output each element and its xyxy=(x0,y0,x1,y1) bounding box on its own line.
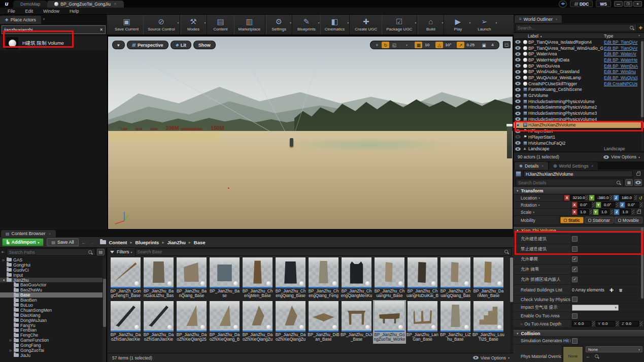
expand-arrow-icon[interactable]: ▼ xyxy=(3,279,7,282)
checkbox[interactable] xyxy=(572,277,578,282)
phys-material-thumbnail[interactable]: None xyxy=(563,346,583,362)
toolbar-button[interactable]: ▶ ▾ Play xyxy=(445,15,471,35)
impact-dropdown[interactable] xyxy=(572,305,619,311)
search-assets-input[interactable] xyxy=(138,249,504,254)
folder-item[interactable]: Input xyxy=(0,273,103,278)
toolbar-button[interactable]: ▤ ▾ Content xyxy=(208,15,234,35)
tree-scrollbar[interactable] xyxy=(103,257,106,362)
visibility-eye-icon[interactable] xyxy=(515,88,521,91)
rotation-z-field[interactable]: 0.0° xyxy=(626,202,639,208)
drag-grip-icon[interactable] xyxy=(592,321,595,326)
visibility-eye-icon[interactable] xyxy=(515,129,521,133)
dropdown-caret-icon[interactable]: ▾ xyxy=(538,196,540,200)
asset-card[interactable]: BP_JianZhu_ChuangHu_Base xyxy=(373,256,406,300)
menu-item[interactable]: Edit xyxy=(21,9,38,14)
asset-card[interactable]: BP_JianZhu_ChengQiang_FengHuoTai xyxy=(307,256,340,300)
toolbar-button[interactable]: ⚒ ▾ Modes xyxy=(181,15,207,35)
visibility-eye-icon[interactable] xyxy=(515,46,521,50)
folder-item[interactable]: BaoGuoActor xyxy=(0,282,103,287)
grid-snap-value[interactable]: 10 xyxy=(423,42,431,48)
menu-item[interactable]: Window xyxy=(39,9,64,14)
checkbox[interactable] xyxy=(572,256,578,262)
outliner-scrollbar[interactable] xyxy=(641,39,643,151)
actor-type-link[interactable]: Landscape xyxy=(604,146,644,151)
dropdown-arrow-icon[interactable]: ▾ xyxy=(347,21,349,24)
drag-grip-icon[interactable] xyxy=(610,195,613,200)
type-column-header[interactable]: Type xyxy=(604,34,613,39)
asset-card[interactable]: BP_JianZhu_DaoZhiXieQiangZuo_Base xyxy=(274,300,307,344)
visibility-eye-icon[interactable] xyxy=(515,100,521,103)
menu-item[interactable]: Help xyxy=(65,9,84,14)
outliner-row[interactable]: HIncludeSwimmingPhysicsVolume xyxy=(514,98,644,105)
toolbar-button[interactable]: ▣ ▾ Save Current xyxy=(110,15,143,35)
world-outliner-tab[interactable]: ≡ World Outliner ▾ xyxy=(515,15,562,23)
location-y-field[interactable]: -380.0 xyxy=(595,195,609,201)
outliner-search-input[interactable] xyxy=(518,25,629,30)
toolbar-button[interactable]: ⚙ ▾ Settings xyxy=(266,15,292,35)
asset-card[interactable]: BP_JianZhu_LouTi25_Base xyxy=(472,300,505,344)
collapse-sources-icon[interactable]: ⇤ xyxy=(2,250,5,254)
reset-to-default-icon[interactable]: ↺ xyxy=(638,195,642,201)
viewport-scene[interactable]: 70M80M90M100M0M0M0M0M0150M ▾ ▦Perspectiv… xyxy=(108,37,513,229)
toolbar-button[interactable]: ✚ ▾ Create UGC xyxy=(350,15,382,35)
drag-grip-icon[interactable] xyxy=(640,203,642,207)
folder-item[interactable]: FangYu xyxy=(0,323,103,328)
tutorial-cap-highlight[interactable] xyxy=(559,1,567,8)
actor-type-link[interactable]: Edit BP_WuQiAct xyxy=(604,75,644,80)
mobility-option-button[interactable]: Stationar xyxy=(585,217,614,223)
actor-name-field[interactable]: HJianZhuXianZhiVolume xyxy=(523,171,633,177)
minimize-button[interactable]: — xyxy=(614,1,623,7)
world-local-toggle-icon[interactable]: ◔ xyxy=(402,42,410,48)
property-matrix-button[interactable]: ▦ xyxy=(625,179,633,186)
visibility-eye-icon[interactable] xyxy=(515,40,521,44)
sources-list-button[interactable]: ▤ xyxy=(97,249,105,255)
checkbox[interactable] xyxy=(572,246,578,252)
toolbar-button[interactable]: ⊘ ▾ Source Control xyxy=(143,15,180,35)
drag-grip-icon[interactable] xyxy=(616,321,619,326)
folder-item[interactable]: FengChe xyxy=(0,333,103,338)
toolbar-button[interactable]: ◧ ▾ Cinematics xyxy=(320,15,350,35)
outuo-x-field[interactable]: X0.0 xyxy=(572,321,591,326)
tab-options-caret-icon[interactable]: ▾ xyxy=(43,17,45,21)
scale-x-field[interactable]: 1.0 xyxy=(578,209,589,215)
visibility-eye-icon[interactable] xyxy=(515,147,521,151)
menu-item[interactable]: File xyxy=(3,9,20,14)
camera-speed-icon[interactable]: ▣ xyxy=(480,42,488,48)
toolbar-button[interactable]: ⌂ ▾ Build xyxy=(418,15,444,35)
visibility-eye-icon[interactable] xyxy=(515,141,521,145)
asset-card[interactable]: BP_JianZhu_DiBan_Base xyxy=(307,300,340,344)
add-import-button[interactable]: Add/Import xyxy=(2,238,44,246)
visibility-eye-icon[interactable] xyxy=(515,123,521,127)
asset-card[interactable]: BP_JianZhu_DiJi_Base xyxy=(340,300,373,344)
world-settings-tab[interactable]: ◍ World Settings ▾ xyxy=(549,162,598,170)
window-tab-demomap[interactable]: DemoMap xyxy=(13,1,47,8)
toolbar-button[interactable]: ☑ ▾ Package UGC xyxy=(382,15,417,35)
tab-close-icon[interactable]: ✕ xyxy=(114,2,117,6)
add-element-icon[interactable]: ✚ xyxy=(609,287,614,293)
scale-y-field[interactable]: 1.0 xyxy=(599,209,610,215)
outliner-row[interactable]: BP_WaterHeightData Edit BP_WaterHe xyxy=(514,57,644,63)
scale-z-field[interactable]: 1.0 xyxy=(620,209,631,215)
checkbox[interactable] xyxy=(572,313,578,319)
folder-item[interactable]: ▼ JianZhu xyxy=(0,278,103,283)
asset-scrollbar[interactable] xyxy=(510,256,513,362)
maximize-button[interactable]: ❐ xyxy=(624,1,632,7)
asset-card[interactable]: BP_JianZhu_DaoZhiXieQiang25_Base xyxy=(175,300,208,344)
outliner-row[interactable]: BP_TianQiArea_Normal_WindAudio_G Edit BP… xyxy=(514,45,644,51)
lock-icon[interactable] xyxy=(636,173,640,176)
drag-grip-icon[interactable] xyxy=(634,195,637,200)
scale-lock-icon[interactable] xyxy=(637,211,641,214)
drag-grip-icon[interactable] xyxy=(632,210,634,214)
outliner-row[interactable]: Landscape Landscape xyxy=(514,146,644,152)
dropdown-caret-icon[interactable]: ▾ xyxy=(533,211,534,214)
collision-section-header[interactable]: Collision xyxy=(514,330,644,337)
visibility-eye-icon[interactable] xyxy=(515,52,521,56)
asset-card[interactable]: BP_JianZh_GongChengTi_Base xyxy=(109,256,142,300)
drag-grip-icon[interactable] xyxy=(586,195,588,200)
toolbar-button[interactable]: ✎ ▾ Blueprints xyxy=(293,15,320,35)
forward-arrow-icon[interactable]: → xyxy=(90,240,95,245)
details-scrollbar[interactable] xyxy=(641,227,643,299)
checkbox[interactable] xyxy=(572,236,578,242)
search-paths-input[interactable] xyxy=(9,250,88,255)
ws-button[interactable]: WS xyxy=(596,1,611,7)
